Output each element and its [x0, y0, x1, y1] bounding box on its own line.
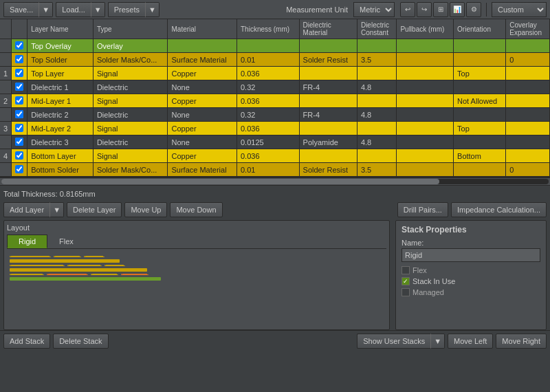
stack-in-use-checkbox-row: Stack In Use: [402, 277, 540, 285]
move-left-button[interactable]: Move Left: [448, 334, 493, 349]
stack-properties-title: Stack Properties: [402, 225, 540, 235]
add-layer-button[interactable]: Add Layer: [3, 202, 50, 217]
layer-checkbox[interactable]: [15, 151, 23, 160]
chart-icon[interactable]: 📊: [450, 2, 465, 17]
table-cell: [397, 53, 454, 67]
table-row[interactable]: Dielectric 2DielectricNone0.32FR-44.8: [0, 108, 550, 122]
move-down-button[interactable]: Move Down: [170, 202, 222, 217]
table-cell[interactable]: [0, 53, 12, 67]
table-cell: Not Allowed: [454, 94, 506, 108]
name-label: Name:: [402, 239, 540, 247]
table-row[interactable]: 2Mid-Layer 1SignalCopper0.036Not Allowed: [0, 94, 550, 108]
presets-button[interactable]: Presets: [108, 2, 145, 17]
col-coverlay: CoverlayExpansion: [506, 19, 550, 39]
tab-flex[interactable]: Flex: [47, 235, 85, 248]
table-cell: Dielectric 1: [28, 80, 94, 94]
layer-checkbox[interactable]: [15, 165, 23, 173]
load-dropdown-button[interactable]: ▼: [91, 2, 105, 17]
layer-checkbox[interactable]: [15, 96, 23, 105]
save-dropdown-button[interactable]: ▼: [38, 2, 53, 17]
settings-icon[interactable]: ⚙: [466, 2, 481, 17]
layer-checkbox[interactable]: [15, 41, 23, 50]
impedance-button[interactable]: Impedance Calculation...: [451, 202, 547, 217]
managed-label: Managed: [412, 288, 444, 296]
move-right-button[interactable]: Move Right: [496, 334, 547, 349]
redo-icon[interactable]: ↪: [417, 2, 432, 17]
table-cell[interactable]: [0, 80, 12, 94]
col-type: Type: [93, 19, 168, 39]
table-cell: [506, 149, 550, 163]
move-up-button[interactable]: Move Up: [124, 202, 167, 217]
stack-in-use-label: Stack In Use: [412, 277, 455, 285]
presets-dropdown-button[interactable]: ▼: [145, 2, 160, 17]
show-user-stacks-button[interactable]: Show User Stacks: [357, 334, 430, 349]
table-cell: [397, 80, 454, 94]
table-row[interactable]: 4Bottom LayerSignalCopper0.036Bottom: [0, 149, 550, 163]
horizontal-scrollbar[interactable]: [0, 177, 550, 186]
layer-checkbox[interactable]: [15, 138, 23, 146]
table-cell[interactable]: [0, 39, 12, 53]
table-row[interactable]: 3Mid-Layer 2SignalCopper0.036Top: [0, 122, 550, 135]
table-cell: [506, 94, 550, 108]
table-cell: Signal: [93, 149, 168, 163]
table-cell[interactable]: [0, 135, 12, 149]
table-cell[interactable]: 2: [0, 94, 12, 108]
add-layer-dropdown[interactable]: ▼: [50, 202, 64, 217]
table-cell: Top Overlay: [28, 39, 94, 53]
table-cell: [397, 135, 454, 149]
presets-group: Presets ▼: [108, 2, 160, 17]
col-check: [12, 19, 28, 39]
table-row[interactable]: Dielectric 1DielectricNone0.32FR-44.8: [0, 80, 550, 94]
col-orientation: Orientation: [454, 19, 506, 39]
layer-checkbox[interactable]: [15, 69, 23, 77]
delete-stack-button[interactable]: Delete Stack: [53, 334, 108, 349]
line-dashed-7: [10, 274, 44, 275]
custom-select[interactable]: Custom: [492, 2, 547, 17]
save-button[interactable]: Save...: [3, 2, 38, 17]
table-cell: Solder Mask/Co...: [93, 163, 168, 177]
table-cell: Dielectric 3: [28, 135, 94, 149]
table-row[interactable]: Bottom SolderSolder Mask/Co...Surface Ma…: [0, 163, 550, 177]
scrollbar-thumb[interactable]: [1, 179, 439, 184]
drill-pairs-button[interactable]: Drill Pairs...: [397, 202, 448, 217]
grid-icon[interactable]: ⊞: [433, 2, 448, 17]
table-row[interactable]: Top SolderSolder Mask/Co...Surface Mater…: [0, 53, 550, 67]
table-cell[interactable]: 3: [0, 122, 12, 135]
undo-icon[interactable]: ↩: [400, 2, 415, 17]
layer-checkbox[interactable]: [15, 83, 23, 91]
table-cell: [299, 67, 357, 80]
table-cell: [454, 135, 506, 149]
col-layer-name: Layer Name: [28, 19, 94, 39]
table-cell: Signal: [93, 122, 168, 135]
table-cell[interactable]: [0, 108, 12, 122]
table-row[interactable]: 1Top LayerSignalCopper0.036Top: [0, 67, 550, 80]
table-cell: Signal: [93, 67, 168, 80]
delete-layer-button[interactable]: Delete Layer: [67, 202, 122, 217]
table-row[interactable]: Dielectric 3DielectricNone0.0125Polyamid…: [0, 135, 550, 149]
table-cell: Solder Resist: [299, 53, 357, 67]
table-cell[interactable]: 4: [0, 149, 12, 163]
table-cell: 0.01: [236, 163, 299, 177]
toolbar-icons: ↩ ↪ ⊞ 📊 ⚙: [400, 2, 481, 17]
table-cell: 4.8: [357, 135, 397, 149]
managed-checkbox[interactable]: [402, 288, 410, 296]
show-user-stacks-dropdown[interactable]: ▼: [430, 334, 445, 349]
measurement-unit-select[interactable]: Metric: [353, 2, 395, 17]
col-material: Material: [168, 19, 237, 39]
table-cell[interactable]: [0, 163, 12, 177]
managed-checkbox-row: Managed: [402, 288, 540, 296]
flex-label: Flex: [412, 266, 427, 274]
flex-checkbox[interactable]: [402, 266, 410, 274]
load-button[interactable]: Load...: [56, 2, 91, 17]
layer-checkbox[interactable]: [15, 110, 23, 118]
stack-in-use-checkbox[interactable]: [402, 277, 410, 285]
stack-properties-panel: Stack Properties Name: Flex Stack In Use…: [395, 220, 547, 330]
col-pullback: Pullback (mm): [397, 19, 454, 39]
table-cell[interactable]: 1: [0, 67, 12, 80]
tab-rigid[interactable]: Rigid: [7, 235, 47, 248]
add-stack-button[interactable]: Add Stack: [3, 334, 50, 349]
table-row[interactable]: Top OverlayOverlay: [0, 39, 550, 53]
name-input[interactable]: [402, 248, 540, 262]
layer-checkbox[interactable]: [15, 55, 23, 63]
layer-checkbox[interactable]: [15, 124, 23, 132]
